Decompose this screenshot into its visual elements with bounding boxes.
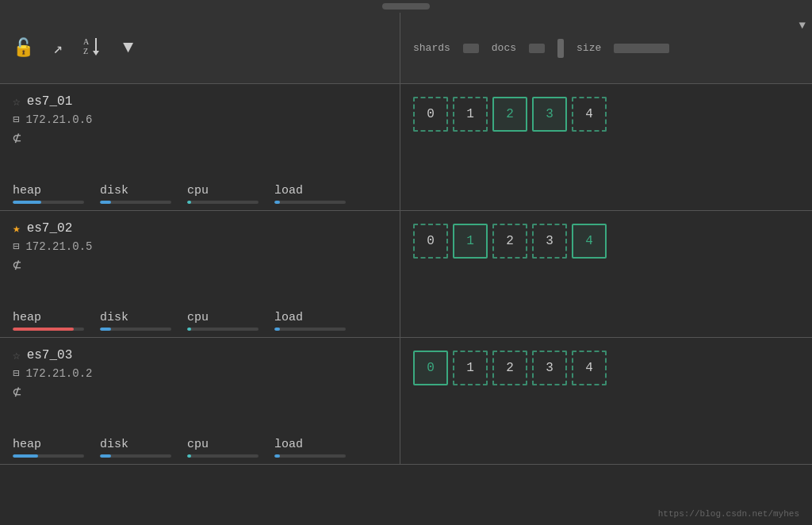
nodes-container: ☆ es7_01 ⊟ 172.21.0.6 ⊄ heap (0, 84, 812, 465)
metric-load-1: load (274, 311, 362, 331)
tag-icon-1: ⊄ (13, 256, 21, 274)
cpu-label-1: cpu (187, 311, 209, 324)
metric-disk-1: disk (100, 311, 187, 331)
lock-icon[interactable]: 🔓 (13, 37, 34, 59)
metric-cpu-1: cpu (187, 311, 274, 331)
load-bar-0 (274, 201, 280, 204)
size-col-label: size (576, 42, 601, 54)
shard-cell-0[interactable]: 0 (413, 97, 448, 132)
shard-cell-1[interactable]: 1 (453, 351, 488, 385)
disk-icon-0: ⊟ (13, 113, 19, 126)
disk-label-2: disk (100, 438, 128, 451)
star-filled-icon[interactable]: ★ (13, 220, 21, 236)
metric-heap-2: heap (13, 438, 100, 458)
shards-grid-0: 01234 (413, 97, 607, 132)
node-ip-row-0: ⊟ 172.21.0.6 (13, 113, 387, 126)
node-row-1: ★ es7_02 ⊟ 172.21.0.5 ⊄ heap (0, 211, 812, 338)
load-label-0: load (274, 184, 303, 197)
cpu-bar-2 (187, 454, 191, 458)
load-label-1: load (274, 311, 303, 324)
load-bar-2 (274, 454, 280, 458)
header-right: shards docs size (400, 13, 812, 83)
shard-cell-2[interactable]: 2 (492, 97, 527, 132)
node-ip-2: 172.21.0.2 (25, 367, 92, 380)
load-bar-container-1 (274, 328, 346, 331)
node-row-2: ☆ es7_03 ⊟ 172.21.0.2 ⊄ heap (0, 338, 812, 465)
shard-cell-3[interactable]: 3 (532, 224, 567, 259)
node-ip-row-1: ⊟ 172.21.0.5 (13, 240, 387, 253)
node-name-2: es7_03 (27, 348, 73, 362)
disk-bar-container-1 (100, 328, 171, 331)
heap-label-2: heap (13, 438, 41, 451)
shard-cell-1[interactable]: 1 (453, 97, 488, 132)
shard-cell-3[interactable]: 3 (532, 351, 567, 385)
node-right-1: 01234 (400, 211, 812, 337)
metrics-row-2: heap disk cpu (13, 438, 387, 458)
node-info-2: ☆ es7_03 ⊟ 172.21.0.2 ⊄ (13, 347, 387, 400)
heap-bar-2 (13, 454, 38, 458)
metric-load-2: load (274, 438, 362, 458)
node-info-0: ☆ es7_01 ⊟ 172.21.0.6 ⊄ (13, 94, 387, 147)
shard-cell-0[interactable]: 0 (413, 351, 448, 385)
shards-grid-2: 01234 (413, 351, 607, 385)
docs-bar2 (557, 39, 564, 58)
svg-marker-3 (93, 51, 99, 56)
disk-bar-container-0 (100, 201, 171, 204)
node-ip-row-2: ⊟ 172.21.0.2 (13, 366, 387, 380)
shard-cell-2[interactable]: 2 (492, 351, 527, 385)
size-bar (614, 44, 669, 53)
shards-col-label: shards (413, 42, 450, 54)
cpu-bar-container-2 (187, 454, 259, 458)
shard-cell-0[interactable]: 0 (413, 224, 448, 259)
load-bar-container-0 (274, 201, 346, 204)
cpu-bar-1 (187, 328, 191, 331)
shard-cell-1[interactable]: 1 (453, 224, 488, 259)
header-row: 🔓 ↗ A Z ▼ shards docs size ▼ (0, 13, 812, 84)
docs-bar (529, 44, 545, 53)
shard-cell-4[interactable]: 4 (572, 351, 607, 385)
shard-cell-4[interactable]: 4 (572, 97, 607, 132)
disk-bar-2 (100, 454, 111, 458)
heap-bar-0 (13, 201, 41, 204)
star-empty-icon[interactable]: ☆ (13, 347, 21, 363)
metrics-row-0: heap disk cpu (13, 184, 387, 204)
node-right-0: 01234 (400, 84, 812, 210)
heap-bar-container-2 (13, 454, 84, 458)
node-tag-row-1: ⊄ (13, 256, 387, 274)
heap-label-1: heap (13, 311, 41, 324)
star-empty-icon[interactable]: ☆ (13, 94, 21, 109)
metric-disk-2: disk (100, 438, 187, 458)
shard-cell-2[interactable]: 2 (492, 224, 527, 259)
header-left: 🔓 ↗ A Z ▼ (0, 13, 400, 83)
node-ip-1: 172.21.0.5 (25, 240, 92, 253)
shard-cell-4[interactable]: 4 (572, 224, 607, 259)
node-name-row-0: ☆ es7_01 (13, 94, 387, 109)
disk-icon-2: ⊟ (13, 366, 19, 380)
node-name-row-2: ☆ es7_03 (13, 347, 387, 363)
disk-label-0: disk (100, 184, 128, 197)
top-dropdown-arrow[interactable]: ▼ (799, 19, 806, 32)
shards-bar (463, 44, 479, 53)
cpu-bar-container-0 (187, 201, 259, 204)
disk-bar-0 (100, 201, 111, 204)
heap-bar-container-1 (13, 328, 84, 331)
disk-label-1: disk (100, 311, 128, 324)
metric-heap-0: heap (13, 184, 100, 204)
metric-load-0: load (274, 184, 362, 204)
disk-bar-1 (100, 328, 111, 331)
node-tag-row-0: ⊄ (13, 129, 387, 147)
cpu-label-0: cpu (187, 184, 209, 197)
node-info-1: ★ es7_02 ⊟ 172.21.0.5 ⊄ (13, 220, 387, 274)
docs-col-label: docs (492, 42, 516, 54)
node-name-row-1: ★ es7_02 (13, 220, 387, 236)
shard-cell-3[interactable]: 3 (532, 97, 567, 132)
expand-icon[interactable]: ↗ (53, 38, 63, 58)
url-bar: https://blog.csdn.net/myhes (658, 509, 799, 519)
node-row-0: ☆ es7_01 ⊟ 172.21.0.6 ⊄ heap (0, 84, 812, 211)
heap-bar-container-0 (13, 201, 84, 204)
sort-az-icon[interactable]: A Z (82, 35, 104, 61)
disk-bar-container-2 (100, 454, 171, 458)
filter-dropdown-icon[interactable]: ▼ (123, 38, 133, 58)
node-name-0: es7_01 (27, 94, 73, 109)
heap-bar-1 (13, 328, 74, 331)
